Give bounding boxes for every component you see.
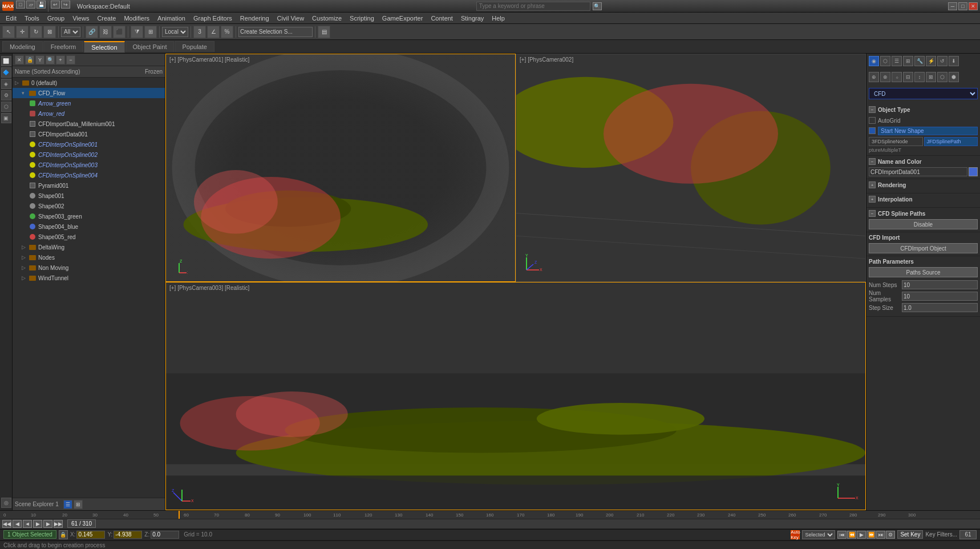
- tree-item-cfd-spline1[interactable]: CFDInterpOnSpline001: [13, 139, 165, 150]
- name-color-collapse[interactable]: −: [869, 158, 876, 165]
- tree-item-shape3[interactable]: Shape003_green: [13, 211, 165, 221]
- num-steps-input[interactable]: [902, 280, 978, 289]
- tree-item-non-moving[interactable]: ▷ Non Moving: [13, 263, 165, 273]
- select-btn[interactable]: ↖: [2, 26, 15, 38]
- close-btn[interactable]: ✕: [969, 2, 978, 10]
- menu-animation[interactable]: Animation: [154, 14, 189, 23]
- z-input[interactable]: [151, 531, 179, 539]
- new-btn[interactable]: □: [16, 1, 25, 9]
- tree-item-cfd-import[interactable]: CFDImportData001: [13, 129, 165, 139]
- cfd-spline-collapse[interactable]: −: [869, 210, 876, 217]
- rotate-btn[interactable]: ↻: [30, 26, 42, 38]
- minimize-btn[interactable]: ─: [948, 2, 957, 10]
- menu-help[interactable]: Help: [488, 14, 508, 23]
- save-btn[interactable]: 💾: [37, 1, 46, 9]
- tab-object-paint[interactable]: Object Paint: [125, 41, 175, 52]
- menu-stingray[interactable]: Stingray: [457, 14, 487, 23]
- selection-filter[interactable]: All: [61, 27, 80, 37]
- rp-icon-14[interactable]: ⊠: [926, 72, 936, 82]
- color-swatch[interactable]: [969, 167, 978, 176]
- link-btn[interactable]: 🔗: [86, 26, 98, 38]
- rp-icon-9[interactable]: ⊕: [869, 72, 879, 82]
- goto-end-btn[interactable]: ⏭: [876, 531, 885, 539]
- rp-icon-8[interactable]: ⬇: [949, 56, 959, 66]
- named-selection[interactable]: [238, 27, 313, 37]
- move-btn[interactable]: ✛: [16, 26, 29, 38]
- se-search-btn[interactable]: 🔍: [46, 55, 55, 64]
- tree-item-cfd-spline3[interactable]: CFDInterpOnSpline003: [13, 160, 165, 170]
- tree-item-shape1[interactable]: Shape001: [13, 191, 165, 201]
- tab-freeform[interactable]: Freeform: [43, 41, 84, 52]
- cfd-dropdown[interactable]: CFD: [869, 88, 978, 99]
- menu-modifiers[interactable]: Modifiers: [120, 14, 153, 23]
- autokey-btn[interactable]: Auto Key: [791, 530, 800, 539]
- menu-create[interactable]: Create: [94, 14, 119, 23]
- cfd-import-object-btn[interactable]: CFDImport Object: [869, 243, 978, 253]
- snap-angle[interactable]: ∠: [207, 26, 220, 38]
- rp-icon-1[interactable]: ◉: [869, 56, 879, 66]
- num-samples-input[interactable]: [902, 292, 978, 301]
- sidebar-icon-bottom[interactable]: ◎: [1, 498, 11, 508]
- rp-icon-6[interactable]: ⚡: [926, 56, 936, 66]
- tree-item-cfd-flow[interactable]: ▾ CFD_Flow: [13, 88, 165, 98]
- menu-customize[interactable]: Customize: [309, 14, 345, 23]
- tree-item-cfd-millenium[interactable]: CFDImportData_Millenium001: [13, 119, 165, 129]
- next-key-btn2[interactable]: ⏩: [866, 531, 876, 539]
- menu-edit[interactable]: Edit: [2, 14, 20, 23]
- mirror-btn[interactable]: ⧩: [131, 26, 143, 38]
- options-btn[interactable]: ⚙: [886, 531, 895, 539]
- align-btn[interactable]: ⊞: [144, 26, 157, 38]
- layers-btn[interactable]: ▤: [318, 26, 330, 38]
- se-icons-btn[interactable]: ⊞: [74, 500, 83, 509]
- viewport-top-left[interactable]: [+] [PhysCamera001] [Realistic]: [165, 54, 516, 282]
- menu-views[interactable]: Views: [69, 14, 92, 23]
- play-anim-btn[interactable]: ▶: [857, 531, 866, 539]
- rp-icon-11[interactable]: ⬦: [892, 72, 902, 82]
- animate-mode-select[interactable]: Selected: [802, 530, 835, 539]
- tab-modeling[interactable]: Modeling: [2, 41, 43, 52]
- tree-item-shape2[interactable]: Shape002: [13, 201, 165, 211]
- tree-item-cfd-spline2[interactable]: CFDInterpOnSpline002: [13, 150, 165, 160]
- se-add-btn[interactable]: +: [56, 55, 65, 64]
- rp-icon-16[interactable]: ⬢: [949, 72, 959, 82]
- sidebar-icon-4[interactable]: ⚙: [1, 90, 11, 100]
- interpolation-collapse[interactable]: +: [869, 196, 876, 203]
- prev-key-btn2[interactable]: ⏪: [847, 531, 856, 539]
- play-btn[interactable]: ▶: [33, 520, 42, 528]
- snap-3d[interactable]: 3: [193, 26, 206, 38]
- frame-input[interactable]: [959, 530, 977, 539]
- sidebar-icon-3[interactable]: ◈: [1, 79, 11, 89]
- rp-icon-3[interactable]: ☰: [892, 56, 902, 66]
- rendering-collapse[interactable]: +: [869, 181, 876, 188]
- viewport-top-right[interactable]: [+] [PhysCamera002]: [516, 54, 866, 282]
- paths-source-btn[interactable]: Paths Source: [869, 267, 978, 277]
- spline-node-btn[interactable]: 3FDSplineNode: [869, 137, 923, 146]
- sidebar-icon-1[interactable]: ⬜: [1, 56, 11, 66]
- tree-item-windtunnel[interactable]: ▷ WindTunnel: [13, 273, 165, 283]
- name-input[interactable]: [869, 167, 967, 176]
- spline-path-btn[interactable]: JFDSplinePath: [924, 137, 978, 146]
- start-new-shape-btn[interactable]: Start New Shape: [878, 127, 978, 135]
- se-list-btn[interactable]: ☰: [63, 500, 72, 509]
- reference-coord[interactable]: Local: [162, 27, 188, 37]
- rp-icon-10[interactable]: ⊗: [880, 72, 890, 82]
- search-input[interactable]: [476, 2, 590, 11]
- viewport-bottom[interactable]: [+] [PhysCamera003] [Realistic]: [165, 282, 866, 510]
- keyfilters-btn[interactable]: Key Filters...: [925, 531, 957, 538]
- sidebar-icon-5[interactable]: ⬡: [1, 102, 11, 112]
- open-btn[interactable]: ▱: [26, 1, 35, 9]
- tree-item-shape4[interactable]: Shape004_blue: [13, 221, 165, 232]
- step-size-input[interactable]: [902, 303, 978, 312]
- bind-btn[interactable]: ⬛: [113, 26, 125, 38]
- rp-icon-2[interactable]: ⬡: [880, 56, 890, 66]
- y-input[interactable]: [114, 531, 142, 539]
- rp-icon-7[interactable]: ↺: [937, 56, 947, 66]
- tab-populate[interactable]: Populate: [175, 41, 214, 52]
- rp-icon-15[interactable]: ⬡: [937, 72, 947, 82]
- obj-type-collapse[interactable]: −: [869, 106, 876, 113]
- maximize-btn[interactable]: □: [958, 2, 967, 10]
- tree-item-shape5[interactable]: Shape005_red: [13, 232, 165, 242]
- rp-icon-5[interactable]: 🔧: [914, 56, 925, 66]
- tree-item-cfd-spline4[interactable]: CFDInterpOnSpline004: [13, 170, 165, 180]
- se-filter-btn[interactable]: Y: [35, 55, 44, 64]
